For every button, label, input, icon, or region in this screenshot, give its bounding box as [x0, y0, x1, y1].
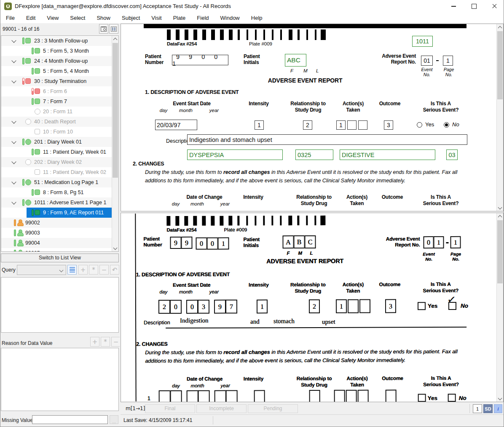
tree-scrollbar[interactable] [112, 36, 118, 251]
status-bar-icon [32, 48, 34, 54]
scrollbar-thumb[interactable] [497, 31, 503, 99]
plate-code-field[interactable]: 1011 [412, 36, 433, 47]
entry-scrollbar[interactable] [496, 24, 503, 211]
scroll-down-icon[interactable] [497, 205, 503, 211]
action2-field[interactable] [347, 120, 357, 130]
tree-item[interactable]: 1011 : Adverse Event 1 Page 1 [1, 197, 112, 208]
minimize-button[interactable] [446, 2, 461, 11]
tree-item[interactable]: 51 : Medication Log Page 1 [1, 177, 112, 187]
tree-item[interactable]: 5 : Form 5, 3 Month [1, 46, 112, 56]
reason-star-button[interactable]: * [101, 337, 110, 347]
serious-yes-radio[interactable] [417, 122, 422, 128]
menu-select[interactable]: Select [70, 15, 85, 21]
reason-add-button[interactable]: + [90, 337, 99, 347]
description-field[interactable]: Indigestion and stomach upset [187, 134, 467, 145]
coded-system-field[interactable]: DIGESTIVE [340, 149, 435, 160]
tree-item[interactable]: 40 : Death Report [1, 117, 112, 127]
query-dropdown[interactable] [17, 265, 66, 275]
menu-file[interactable]: File [6, 15, 15, 21]
query-textarea[interactable] [1, 277, 119, 333]
reason-remove-button[interactable]: − [111, 337, 121, 347]
coded-term-code-field[interactable]: 0325 [295, 149, 333, 160]
patient-row[interactable]: 99003 [1, 228, 112, 238]
missing-value-input[interactable] [32, 415, 108, 424]
action1-field[interactable]: 1 [336, 120, 346, 130]
expander-icon[interactable] [11, 38, 16, 43]
sd-button[interactable]: SD [483, 404, 493, 413]
query-list-button[interactable] [67, 265, 77, 275]
menu-visit[interactable]: Visit [151, 15, 161, 21]
reason-textarea[interactable] [1, 348, 119, 411]
tree-item[interactable]: 8 : Form 8, Pg 51 [1, 187, 112, 197]
patient-row[interactable]: 99005 [1, 248, 112, 252]
page-number-button[interactable]: 1 [473, 404, 482, 413]
scroll-up-icon[interactable] [112, 36, 118, 42]
scroll-down-icon[interactable] [497, 395, 503, 402]
query-star-button[interactable]: * [89, 265, 98, 275]
timeline-button[interactable] [99, 24, 108, 34]
query-add-button[interactable]: + [78, 265, 88, 275]
expander-icon[interactable] [11, 179, 16, 184]
expander-icon[interactable] [11, 58, 16, 63]
intensity-field[interactable]: 1 [255, 120, 264, 130]
menu-edit[interactable]: Edit [26, 15, 35, 21]
tree-item[interactable]: 24 : 4 Month Follow-up [1, 56, 112, 66]
patient-number-field[interactable]: 9 9 0 0 1 [172, 55, 228, 65]
action3-field[interactable] [358, 120, 367, 130]
scrollbar-thumb[interactable] [497, 220, 503, 283]
menu-plate[interactable]: Plate [173, 15, 186, 21]
maximize-button[interactable] [467, 2, 481, 11]
event-no-field[interactable]: 01 [421, 56, 433, 66]
menu-help[interactable]: Help [251, 15, 263, 21]
tree-item[interactable]: 10 : Form 10 [1, 127, 112, 137]
tree-item[interactable]: 202 : Diary Week 02 [1, 157, 112, 167]
coded-term-field[interactable]: DYSPEPSIA [187, 149, 283, 160]
column-label: Is This A [431, 281, 451, 287]
query-remove-button[interactable]: − [99, 265, 109, 275]
final-button[interactable]: Final [145, 404, 195, 413]
event-date-field[interactable]: 20/03/97 [155, 120, 197, 130]
scroll-up-icon[interactable] [497, 24, 503, 30]
incomplete-button[interactable]: Incomplete [196, 404, 247, 413]
menu-view[interactable]: View [47, 15, 59, 21]
tree-item[interactable]: 9 : Form 9, AE Report 011 [1, 208, 112, 218]
serious-no-radio[interactable] [444, 122, 449, 128]
fax-scrollbar[interactable] [496, 213, 503, 402]
coded-system-code-field[interactable]: 03 [446, 149, 458, 160]
relationship-field[interactable]: 2 [303, 120, 312, 130]
tree-item[interactable]: 11 : Patient Diary, Week 01 [1, 147, 112, 157]
tree-item[interactable]: 23 : 3 Month Follow-up [1, 36, 112, 46]
menu-show[interactable]: Show [97, 15, 110, 21]
outcome-field[interactable]: 3 [384, 120, 393, 130]
menu-window[interactable]: Window [220, 15, 240, 21]
expander-icon[interactable] [11, 119, 16, 123]
tree-item[interactable]: 30 : Study Termination [1, 76, 112, 86]
page-no-field[interactable]: 1 [443, 56, 453, 66]
column-label: Action(s) [346, 376, 367, 382]
missing-value-browse-button[interactable]: ... [110, 415, 118, 424]
tree-item[interactable]: 20 : Form 11 [1, 107, 112, 117]
pending-button[interactable]: Pending [248, 404, 298, 413]
close-button[interactable] [487, 2, 501, 11]
expander-icon[interactable] [11, 78, 16, 83]
switch-to-list-view-button[interactable]: Switch to List View [1, 254, 119, 262]
menu-subject[interactable]: Subject [122, 15, 140, 21]
patient-initials-field[interactable]: ABC [285, 54, 306, 67]
info-button[interactable]: i [494, 404, 502, 413]
expander-icon[interactable] [11, 159, 16, 164]
tree-item[interactable]: 11 : Patient Diary, Week 02 [1, 167, 112, 177]
tree-item[interactable]: 6 : Form 6 [1, 86, 112, 96]
tree-item[interactable]: 7 : Form 7 [1, 96, 112, 107]
scrollbar-thumb[interactable] [113, 43, 118, 178]
query-undo-button[interactable]: ↶ [110, 265, 119, 275]
expander-icon[interactable] [11, 139, 16, 144]
scroll-up-icon[interactable] [497, 213, 503, 219]
patient-row[interactable]: 99002 [1, 218, 112, 228]
scroll-down-icon[interactable] [112, 245, 118, 251]
menu-field[interactable]: Field [197, 15, 209, 21]
expander-icon[interactable] [11, 200, 16, 204]
tree-item[interactable]: 5 : Form 5, 4 Month [1, 66, 112, 76]
tree-item[interactable]: 201 : Diary Week 01 [1, 137, 112, 147]
patient-row[interactable]: 99004 [1, 238, 112, 248]
pause-button[interactable] [109, 24, 118, 34]
